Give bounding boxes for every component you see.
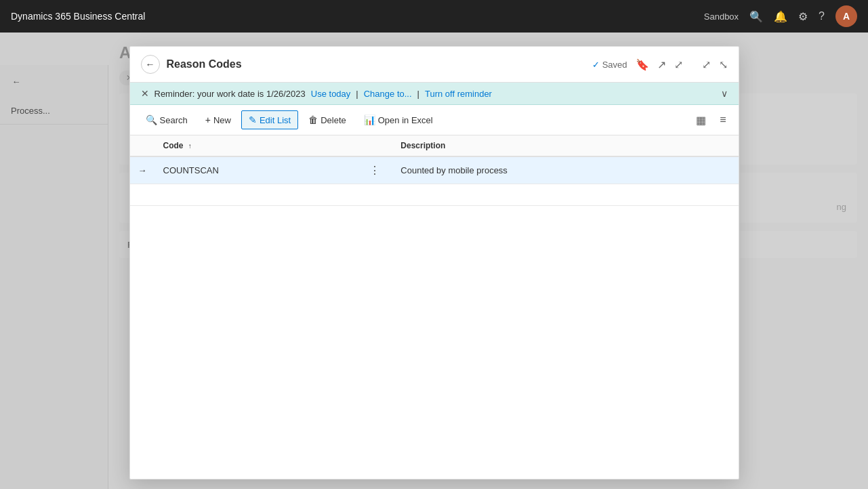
reminder-use-today-link[interactable]: Use today bbox=[311, 89, 351, 99]
modal-toolbar: 🔍 Search + New ✎ Edit List 🗑 Delete 📊 Op… bbox=[130, 105, 739, 135]
open-in-excel-button[interactable]: 📊 Open in Excel bbox=[356, 110, 440, 129]
row-nav-cell: → bbox=[130, 156, 155, 184]
app-title: Dynamics 365 Business Central bbox=[11, 11, 145, 22]
bell-icon[interactable]: 🔔 bbox=[774, 10, 787, 23]
fullscreen-icon[interactable]: ⤡ bbox=[719, 58, 728, 71]
row-menu-cell: ⋮ bbox=[357, 156, 392, 184]
table-row[interactable]: → COUNTSCAN ⋮ Counted by mobile process bbox=[130, 156, 739, 184]
delete-icon: 🗑 bbox=[308, 114, 318, 125]
new-button[interactable]: + New bbox=[198, 110, 239, 129]
sandbox-label: Sandbox bbox=[704, 12, 739, 22]
saved-status: ✓ Saved bbox=[592, 60, 627, 70]
excel-icon: 📊 bbox=[364, 114, 375, 125]
modal-header-right: ✓ Saved 🔖 ↗ ⤢ ⤢ ⤡ bbox=[592, 58, 728, 71]
collapse-icon[interactable]: ⤢ bbox=[702, 58, 711, 71]
modal-title: Reason Codes bbox=[167, 58, 242, 70]
filter-button[interactable]: ▦ bbox=[692, 111, 710, 129]
reminder-change-to-link[interactable]: Change to... bbox=[364, 89, 412, 99]
top-nav: Dynamics 365 Business Central Sandbox 🔍 … bbox=[0, 0, 868, 33]
row-context-menu-button[interactable]: ⋮ bbox=[365, 163, 384, 178]
avatar[interactable]: A bbox=[835, 5, 857, 27]
reminder-bar: ✕ Reminder: your work date is 1/26/2023 … bbox=[130, 83, 739, 105]
edit-list-icon: ✎ bbox=[249, 114, 257, 125]
modal-header-left: ← Reason Codes bbox=[141, 55, 242, 74]
code-cell[interactable]: COUNTSCAN bbox=[155, 156, 358, 184]
toolbar-right: ▦ ≡ bbox=[692, 111, 730, 129]
gear-icon[interactable]: ⚙ bbox=[798, 10, 808, 23]
plus-icon: + bbox=[205, 114, 211, 125]
empty-row bbox=[130, 184, 739, 206]
modal-back-button[interactable]: ← bbox=[141, 55, 160, 74]
description-col-header[interactable]: Description bbox=[392, 135, 738, 156]
reminder-chevron-icon[interactable]: ∨ bbox=[721, 88, 728, 99]
description-cell: Counted by mobile process bbox=[392, 156, 738, 184]
modal-header: ← Reason Codes ✓ Saved 🔖 ↗ ⤢ ⤢ ⤡ bbox=[130, 47, 739, 83]
modal-table-area: Code ↑ Description → COUNTSCAN ⋮ bbox=[130, 135, 739, 479]
reminder-bar-left: ✕ Reminder: your work date is 1/26/2023 … bbox=[141, 88, 492, 99]
help-icon[interactable]: ? bbox=[819, 10, 825, 22]
bookmark-icon[interactable]: 🔖 bbox=[636, 58, 649, 71]
delete-button[interactable]: 🗑 Delete bbox=[301, 110, 354, 129]
top-nav-left: Dynamics 365 Business Central bbox=[11, 11, 145, 22]
expand-icon[interactable]: ⤢ bbox=[674, 58, 683, 71]
code-col-header[interactable]: Code ↑ bbox=[155, 135, 358, 156]
search-icon[interactable]: 🔍 bbox=[749, 10, 763, 23]
reminder-close-button[interactable]: ✕ bbox=[141, 88, 149, 99]
columns-button[interactable]: ≡ bbox=[716, 111, 730, 129]
modal-overlay: ← Reason Codes ✓ Saved 🔖 ↗ ⤢ ⤢ ⤡ ✕ Remin… bbox=[0, 33, 868, 489]
checkbox-col-header bbox=[130, 135, 155, 156]
row-menu-col-header bbox=[357, 135, 392, 156]
reminder-text: Reminder: your work date is 1/26/2023 bbox=[154, 89, 306, 99]
reason-codes-table: Code ↑ Description → COUNTSCAN ⋮ bbox=[130, 135, 739, 206]
reminder-turn-off-link[interactable]: Turn off reminder bbox=[425, 89, 492, 99]
search-button[interactable]: 🔍 Search bbox=[138, 110, 195, 129]
sort-icon: ↑ bbox=[188, 142, 192, 150]
top-nav-right: Sandbox 🔍 🔔 ⚙ ? A bbox=[704, 5, 857, 27]
edit-list-button[interactable]: ✎ Edit List bbox=[241, 110, 298, 129]
open-in-new-tab-icon[interactable]: ↗ bbox=[657, 58, 666, 71]
search-icon: 🔍 bbox=[146, 114, 157, 125]
modal-panel: ← Reason Codes ✓ Saved 🔖 ↗ ⤢ ⤢ ⤡ ✕ Remin… bbox=[129, 46, 739, 480]
